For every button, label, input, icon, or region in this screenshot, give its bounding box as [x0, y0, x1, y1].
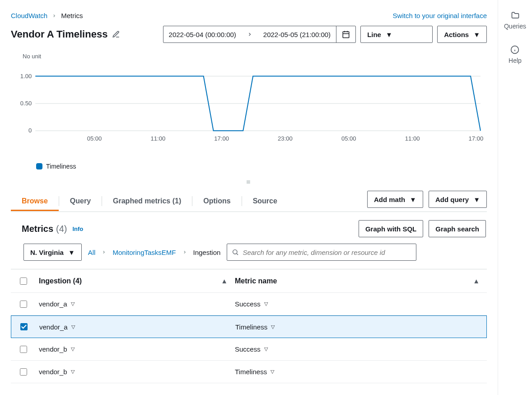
svg-text:11:00: 11:00	[150, 135, 165, 142]
chevron-down-icon: ▼	[68, 249, 75, 256]
region-select[interactable]: N. Virginia▼	[23, 244, 82, 261]
cell-ingestion: vendor_b	[39, 368, 67, 376]
table-row[interactable]: vendor_a ▽Success ▽	[11, 293, 487, 315]
row-checkbox[interactable]	[20, 368, 27, 376]
date-from[interactable]: 2022-05-04 (00:00:00)	[163, 26, 242, 42]
row-checkbox[interactable]	[20, 301, 27, 308]
nav-dimension-current: Ingestion	[193, 249, 221, 256]
chevron-down-icon: ▼	[410, 196, 416, 203]
svg-text:23:00: 23:00	[278, 135, 293, 142]
dropdown-icon[interactable]: ▽	[71, 324, 75, 330]
svg-text:0: 0	[28, 127, 32, 134]
page-title: Vendor A Timeliness	[11, 28, 159, 40]
svg-text:1.00: 1.00	[20, 73, 32, 80]
chevron-down-icon: ▼	[386, 31, 392, 38]
svg-line-21	[237, 254, 238, 255]
table-row[interactable]: vendor_a ▽Timeliness ▽	[11, 315, 487, 338]
sort-icon[interactable]: ▲	[473, 277, 487, 285]
chevron-down-icon: ▼	[473, 31, 480, 38]
legend-label: Timeliness	[46, 163, 76, 170]
metrics-heading: Metrics (4)	[22, 224, 67, 234]
rail-help[interactable]: Help	[509, 45, 522, 64]
select-all-checkbox[interactable]	[20, 277, 27, 285]
nav-namespace-link[interactable]: MonitoringTasksEMF	[112, 249, 176, 256]
dropdown-icon[interactable]: ▽	[264, 301, 268, 307]
graph-with-sql-button[interactable]: Graph with SQL	[359, 220, 423, 237]
svg-point-20	[233, 250, 237, 254]
switch-interface-link[interactable]: Switch to your original interface	[393, 12, 487, 19]
dropdown-icon[interactable]: ▽	[71, 369, 75, 375]
tab-options[interactable]: Options	[192, 192, 241, 211]
tab-source[interactable]: Source	[242, 192, 288, 211]
add-math-button[interactable]: Add math▼	[367, 191, 423, 208]
search-icon	[232, 249, 239, 256]
rail-queries[interactable]: Queries	[504, 11, 526, 30]
metrics-table: Ingestion (4)▲ Metric name▲ vendor_a ▽Su…	[11, 269, 487, 383]
cell-metric: Success	[235, 345, 261, 353]
chevron-right-icon	[242, 26, 258, 42]
cell-metric: Success	[235, 300, 261, 308]
svg-rect-0	[343, 32, 349, 38]
sort-icon[interactable]: ▲	[221, 277, 235, 285]
tab-graphed[interactable]: Graphed metrics (1)	[102, 192, 192, 211]
chevron-right-icon	[182, 250, 187, 254]
date-to[interactable]: 2022-05-05 (21:00:00)	[258, 26, 336, 42]
svg-text:05:00: 05:00	[87, 135, 102, 142]
cell-ingestion: vendor_a	[39, 323, 68, 331]
dropdown-icon[interactable]: ▽	[264, 346, 268, 352]
breadcrumb: CloudWatch Metrics	[11, 12, 83, 19]
folder-icon	[511, 11, 520, 20]
breadcrumb-current: Metrics	[61, 12, 83, 19]
table-row[interactable]: vendor_b ▽Timeliness ▽	[11, 361, 487, 383]
chart-container: No unit 00.501.0005:0011:0017:0023:0005:…	[11, 51, 487, 174]
tab-browse[interactable]: Browse	[11, 192, 59, 211]
metric-search[interactable]	[227, 244, 416, 261]
help-icon	[510, 45, 519, 54]
graph-search-button[interactable]: Graph search	[429, 220, 486, 237]
breadcrumb-root[interactable]: CloudWatch	[11, 12, 47, 19]
dropdown-icon[interactable]: ▽	[271, 324, 275, 330]
dropdown-icon[interactable]: ▽	[271, 369, 274, 375]
date-range-picker[interactable]: 2022-05-04 (00:00:00) 2022-05-05 (21:00:…	[163, 26, 356, 43]
chart-type-select[interactable]: Line ▼	[360, 26, 433, 43]
calendar-icon[interactable]	[336, 26, 355, 42]
cell-ingestion: vendor_a	[39, 300, 67, 308]
metrics-chart[interactable]: 00.501.0005:0011:0017:0023:0005:0011:001…	[13, 61, 485, 160]
cell-metric: Timeliness	[235, 323, 267, 331]
metric-search-input[interactable]	[243, 249, 411, 256]
column-header-metric[interactable]: Metric name	[235, 277, 277, 285]
actions-button[interactable]: Actions ▼	[437, 26, 487, 43]
table-row[interactable]: vendor_b ▽Success ▽	[11, 338, 487, 361]
edit-icon[interactable]	[112, 30, 120, 38]
chart-y-label: No unit	[13, 53, 485, 60]
svg-text:17:00: 17:00	[469, 135, 484, 142]
chevron-right-icon	[52, 14, 56, 18]
info-link[interactable]: Info	[72, 226, 83, 232]
svg-text:05:00: 05:00	[341, 135, 356, 142]
dropdown-icon[interactable]: ▽	[71, 301, 75, 307]
svg-text:0.50: 0.50	[20, 100, 32, 107]
svg-text:11:00: 11:00	[405, 135, 420, 142]
tabs: BrowseQueryGraphed metrics (1)OptionsSou…	[11, 191, 487, 212]
resize-handle-icon[interactable]: =	[11, 177, 487, 191]
row-checkbox[interactable]	[20, 346, 27, 353]
rail-help-label: Help	[509, 57, 522, 64]
legend-swatch	[36, 163, 42, 169]
row-checkbox[interactable]	[20, 323, 28, 330]
dropdown-icon[interactable]: ▽	[71, 346, 75, 352]
rail-queries-label: Queries	[504, 23, 526, 30]
column-header-ingestion[interactable]: Ingestion (4)	[39, 277, 82, 285]
cell-metric: Timeliness	[235, 368, 267, 376]
cell-ingestion: vendor_b	[39, 345, 67, 353]
tab-query[interactable]: Query	[59, 192, 102, 211]
add-query-button[interactable]: Add query▼	[429, 191, 487, 208]
chevron-right-icon	[102, 250, 106, 254]
svg-text:17:00: 17:00	[214, 135, 229, 142]
nav-all-link[interactable]: All	[88, 249, 96, 256]
chevron-down-icon: ▼	[473, 196, 480, 203]
